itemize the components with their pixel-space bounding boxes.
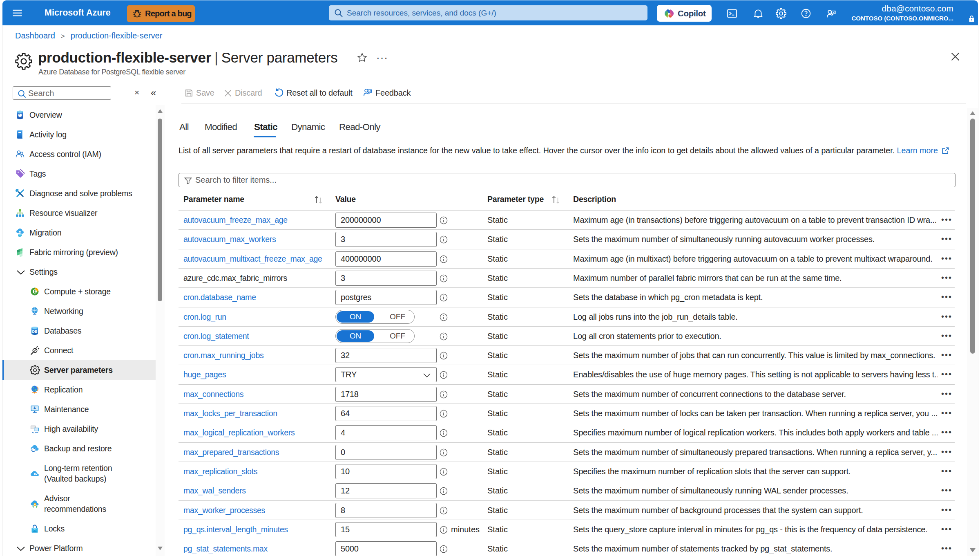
svg-text:DB: DB <box>32 330 38 334</box>
